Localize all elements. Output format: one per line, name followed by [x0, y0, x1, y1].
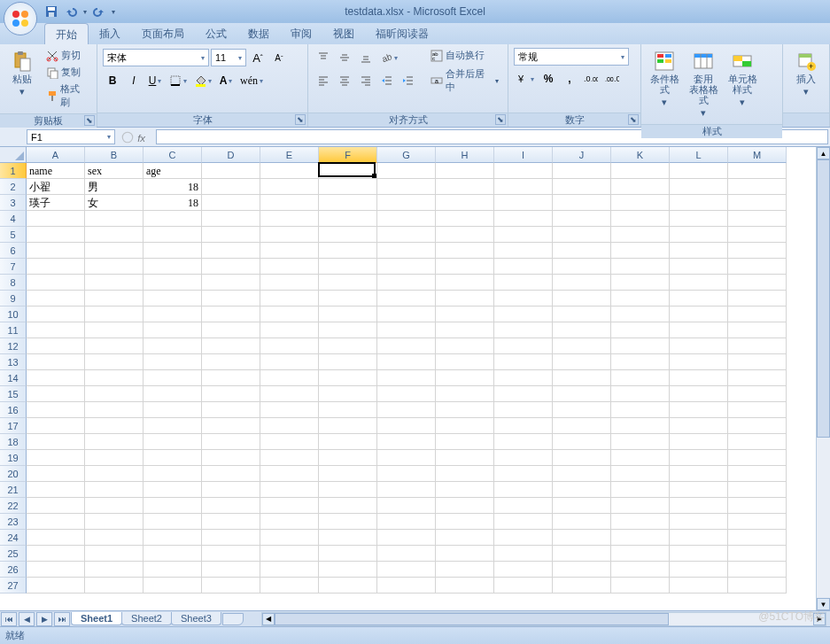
- cell[interactable]: [436, 450, 494, 466]
- cell[interactable]: [85, 562, 144, 578]
- cell[interactable]: [611, 498, 670, 514]
- row-header[interactable]: 10: [0, 306, 27, 322]
- cell[interactable]: [670, 291, 728, 306]
- horizontal-scrollbar[interactable]: ◀ ▶: [261, 612, 826, 626]
- cell[interactable]: [670, 434, 728, 450]
- cell[interactable]: [260, 195, 319, 211]
- cell[interactable]: [260, 418, 319, 434]
- cell[interactable]: [436, 466, 494, 482]
- cell[interactable]: [27, 402, 85, 418]
- cell[interactable]: [202, 530, 260, 546]
- align-bottom-button[interactable]: [356, 48, 376, 67]
- increase-indent-button[interactable]: [399, 71, 418, 90]
- column-header[interactable]: B: [85, 147, 144, 163]
- cell[interactable]: 瑛子: [27, 195, 85, 211]
- cell[interactable]: [728, 179, 787, 195]
- cell[interactable]: [260, 338, 319, 354]
- cell[interactable]: [553, 578, 611, 594]
- cell[interactable]: [202, 498, 260, 514]
- cell[interactable]: [144, 402, 202, 418]
- cell[interactable]: [728, 418, 787, 434]
- cell[interactable]: [494, 354, 553, 370]
- cell[interactable]: [377, 482, 436, 498]
- cell[interactable]: [144, 306, 202, 322]
- row-header[interactable]: 5: [0, 227, 27, 243]
- row-header[interactable]: 9: [0, 291, 27, 306]
- cell[interactable]: [553, 291, 611, 306]
- cell[interactable]: [144, 291, 202, 306]
- cell[interactable]: [494, 530, 553, 546]
- cell[interactable]: [553, 322, 611, 338]
- cell[interactable]: [377, 370, 436, 386]
- cell[interactable]: [494, 562, 553, 578]
- cell[interactable]: [553, 386, 611, 402]
- cell[interactable]: [670, 354, 728, 370]
- cell[interactable]: 小翟: [27, 179, 85, 195]
- cell[interactable]: [553, 243, 611, 259]
- cell[interactable]: [670, 546, 728, 562]
- cell[interactable]: [436, 211, 494, 227]
- cell[interactable]: [85, 546, 144, 562]
- cell[interactable]: [319, 402, 377, 418]
- cell[interactable]: [611, 370, 670, 386]
- cell[interactable]: [202, 562, 260, 578]
- cell[interactable]: [728, 434, 787, 450]
- select-all-button[interactable]: [0, 147, 27, 163]
- cell[interactable]: [728, 482, 787, 498]
- cell[interactable]: [494, 211, 553, 227]
- cell[interactable]: [144, 322, 202, 338]
- cell[interactable]: [377, 291, 436, 306]
- cell[interactable]: [728, 163, 787, 179]
- cell[interactable]: [436, 530, 494, 546]
- cell[interactable]: [27, 259, 85, 275]
- cell[interactable]: [319, 434, 377, 450]
- cell[interactable]: [728, 211, 787, 227]
- cell[interactable]: [319, 291, 377, 306]
- cell[interactable]: [377, 562, 436, 578]
- column-header[interactable]: I: [494, 147, 553, 163]
- cell[interactable]: [494, 482, 553, 498]
- cell[interactable]: [260, 514, 319, 530]
- cell[interactable]: [144, 530, 202, 546]
- cell[interactable]: [611, 578, 670, 594]
- office-button[interactable]: [4, 2, 37, 35]
- column-header[interactable]: D: [202, 147, 260, 163]
- cell[interactable]: [144, 434, 202, 450]
- row-header[interactable]: 27: [0, 578, 27, 594]
- cell[interactable]: [436, 179, 494, 195]
- cell[interactable]: [611, 259, 670, 275]
- cell[interactable]: [611, 275, 670, 291]
- cell[interactable]: [728, 386, 787, 402]
- ribbon-tab[interactable]: 视图: [322, 23, 365, 44]
- cell[interactable]: [377, 275, 436, 291]
- cell[interactable]: [85, 259, 144, 275]
- cell[interactable]: [377, 243, 436, 259]
- cell[interactable]: [553, 354, 611, 370]
- cell[interactable]: [319, 578, 377, 594]
- cell[interactable]: [670, 530, 728, 546]
- phonetic-button[interactable]: wén: [237, 71, 266, 90]
- cell[interactable]: [319, 546, 377, 562]
- cell[interactable]: [553, 211, 611, 227]
- cell[interactable]: [144, 466, 202, 482]
- cell[interactable]: [319, 514, 377, 530]
- cell[interactable]: [144, 370, 202, 386]
- paste-button[interactable]: 粘贴 ▾: [5, 48, 39, 99]
- cell[interactable]: [85, 227, 144, 243]
- cell[interactable]: [144, 450, 202, 466]
- cell[interactable]: [553, 514, 611, 530]
- cell[interactable]: [436, 195, 494, 211]
- cell[interactable]: [144, 498, 202, 514]
- cell[interactable]: [260, 466, 319, 482]
- cell[interactable]: [27, 211, 85, 227]
- column-header[interactable]: M: [728, 147, 787, 163]
- cell[interactable]: [319, 211, 377, 227]
- cell[interactable]: [611, 291, 670, 306]
- column-header[interactable]: F: [319, 147, 377, 163]
- ribbon-tab[interactable]: 开始: [44, 23, 89, 44]
- cell[interactable]: 18: [144, 195, 202, 211]
- cell[interactable]: [85, 402, 144, 418]
- row-header[interactable]: 2: [0, 179, 27, 195]
- sheet-tab[interactable]: Sheet3: [171, 612, 221, 625]
- cell[interactable]: [611, 338, 670, 354]
